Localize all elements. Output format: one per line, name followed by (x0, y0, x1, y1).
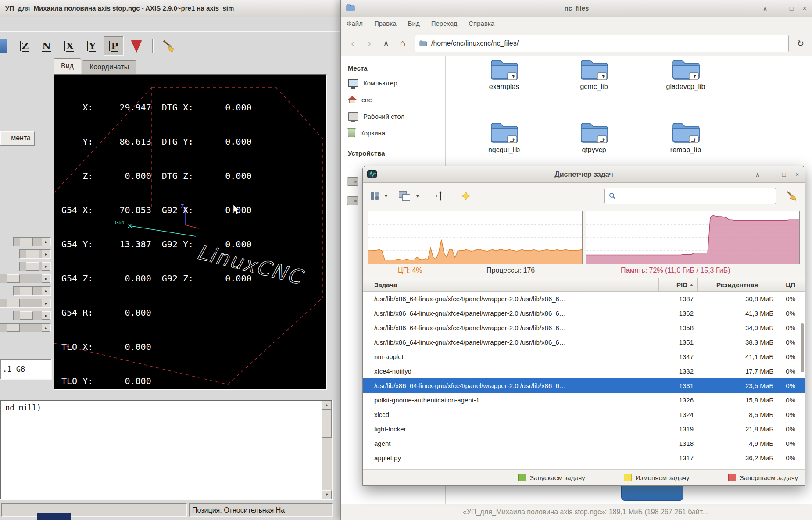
jog-slider-fragment[interactable]: ▸ (13, 286, 51, 296)
column-memory[interactable]: Резидентная (697, 278, 777, 291)
minimize-button[interactable]: – (765, 169, 776, 180)
up-icon[interactable]: ∧ (379, 36, 393, 51)
close-button[interactable]: × (799, 3, 810, 14)
taskmanager-titlebar[interactable]: Диспетчер задач ∧ – □ × (363, 166, 805, 183)
sidebar-item-home[interactable]: cnc (341, 91, 445, 108)
view-perspective-button[interactable]: P (104, 36, 124, 56)
folder-ngcgui-lib[interactable]: ngcgui_lib (467, 120, 541, 154)
gcode-listing-area[interactable]: nd mill) ▲ ▼ (0, 400, 333, 500)
jog-slider-fragment[interactable]: ▸ (13, 311, 51, 320)
clipped-toolbar-icon[interactable] (0, 39, 7, 53)
axis-titlebar[interactable]: УП_для_Михаила половина axis stop.ngc - … (0, 0, 340, 17)
filemanager-titlebar[interactable]: nc_files ∧ – □ × (341, 0, 812, 17)
scroll-down-icon[interactable]: ▼ (322, 490, 332, 499)
table-row[interactable]: /usr/lib/x86_64-linux-gnu/xfce4/panel/wr… (363, 306, 805, 321)
rotate-view-button[interactable]: N (36, 36, 57, 56)
slider-thumb[interactable] (26, 250, 39, 258)
slider-thumb[interactable] (7, 324, 20, 332)
jog-slider-fragment[interactable]: ▸ (0, 323, 51, 332)
sidebar-item-desktop[interactable]: Рабочий стол (341, 108, 445, 125)
maximize-button[interactable]: □ (779, 169, 789, 180)
refresh-icon[interactable]: ↻ (793, 36, 808, 51)
menu-view[interactable]: Вид (402, 17, 426, 30)
scrollbar-thumb[interactable] (801, 323, 804, 372)
jog-slider-fragment[interactable]: ▸ (19, 249, 51, 259)
minimize-button[interactable]: – (773, 3, 783, 14)
chevron-down-icon[interactable]: ▾ (415, 193, 420, 199)
jog-slider-fragment[interactable]: ▸ (13, 237, 51, 246)
table-row-selected[interactable]: /usr/lib/x86_64-linux-gnu/xfce4/panel/wr… (363, 378, 805, 393)
jog-slider-fragment[interactable]: ▸ (19, 262, 51, 271)
table-row[interactable]: xfce4-notifyd133217,7 МиБ0% (363, 364, 805, 378)
menu-edit[interactable]: Правка (368, 17, 402, 30)
slider-arrow-icon[interactable]: ▸ (42, 238, 50, 246)
slider-arrow-icon[interactable]: ▸ (42, 287, 50, 295)
column-cpu[interactable]: ЦП (777, 278, 800, 291)
folder-qtpyvcp[interactable]: qtpyvcp (557, 120, 631, 154)
scrollbar-thumb[interactable] (322, 410, 332, 438)
display-mode-button[interactable] (396, 188, 413, 204)
slider-arrow-icon[interactable]: ▸ (42, 250, 50, 258)
jog-slider-fragment[interactable]: ▸ (0, 299, 51, 308)
table-row[interactable]: /usr/lib/x86_64-linux-gnu/xfce4/panel/wr… (363, 335, 805, 349)
close-button[interactable]: × (792, 169, 802, 180)
table-row[interactable]: applet.py131736,2 МиБ0% (363, 451, 805, 465)
table-row[interactable]: /usr/lib/x86_64-linux-gnu/xfce4/panel/wr… (363, 321, 805, 335)
menu-go[interactable]: Переход (426, 17, 463, 30)
search-box[interactable] (604, 188, 776, 204)
sidebar-item-computer[interactable]: Компьютер (341, 75, 445, 91)
column-pid[interactable]: PID▲ (658, 278, 697, 291)
view-y-button[interactable]: Y (81, 36, 101, 56)
back-icon[interactable]: ‹ (345, 36, 360, 51)
slider-arrow-icon[interactable]: ▸ (42, 311, 50, 320)
tab-preview[interactable]: Вид (54, 58, 81, 74)
view-mode-button[interactable] (368, 188, 381, 204)
editor-scrollbar[interactable]: ▲ ▼ (322, 401, 332, 499)
column-task[interactable]: Задача (363, 278, 658, 291)
table-row[interactable]: polkit-gnome-authentication-agent-113261… (363, 393, 805, 407)
menu-help[interactable]: Справка (463, 17, 500, 30)
slider-thumb[interactable] (7, 299, 20, 307)
drive-icon[interactable] (347, 177, 358, 186)
clipped-touch-off-button[interactable]: мента (0, 131, 35, 146)
maximize-button[interactable]: □ (786, 3, 797, 14)
folder-gcmc-lib[interactable]: gcmc_lib (557, 57, 631, 91)
chevron-down-icon[interactable]: ▾ (384, 193, 388, 199)
slider-thumb[interactable] (26, 262, 39, 271)
slider-arrow-icon[interactable]: ▸ (42, 274, 50, 283)
show-tool-cone-icon[interactable] (131, 40, 142, 52)
table-row[interactable]: xiccd13248,5 МиБ0% (363, 407, 805, 422)
slider-arrow-icon[interactable]: ▸ (42, 299, 50, 307)
tab-dro[interactable]: Координаты (82, 60, 136, 74)
slider-thumb[interactable] (20, 238, 33, 246)
folder-remap-lib[interactable]: remap_lib (648, 120, 723, 154)
slider-arrow-icon[interactable]: ▸ (42, 262, 50, 271)
shade-button[interactable]: ∧ (752, 169, 763, 180)
table-row[interactable]: /usr/lib/x86_64-linux-gnu/xfce4/panel/wr… (363, 292, 805, 306)
jog-slider-fragment[interactable]: ▸ (0, 274, 51, 283)
pick-window-button[interactable] (433, 188, 448, 204)
slider-thumb[interactable] (20, 311, 33, 320)
table-row[interactable]: light-locker131921,8 МиБ0% (363, 422, 805, 436)
clear-plot-button[interactable] (159, 36, 179, 56)
cleanup-button[interactable] (783, 188, 800, 204)
folder-examples[interactable]: examples (467, 57, 541, 91)
view-x-button[interactable]: X (59, 36, 79, 56)
folder-gladevcp-lib[interactable]: gladevcp_lib (648, 57, 723, 91)
sidebar-item-trash[interactable]: Корзина (341, 125, 445, 141)
preview-3d-area[interactable]: G54 Z LinuxCNC X: 29.947 DTG X: 0.000 Y:… (54, 74, 327, 390)
scroll-up-icon[interactable]: ▲ (322, 401, 332, 410)
highlight-button[interactable] (458, 188, 473, 204)
slider-thumb[interactable] (20, 287, 33, 295)
home-icon[interactable]: ⌂ (395, 36, 410, 51)
slider-thumb[interactable] (7, 274, 20, 283)
drive-icon[interactable] (347, 196, 358, 205)
table-row[interactable]: agent13184,9 МиБ0% (363, 436, 805, 451)
menu-file[interactable]: Файл (341, 17, 368, 30)
zoom-z-button[interactable]: Z (14, 36, 34, 56)
slider-arrow-icon[interactable]: ▸ (42, 324, 50, 332)
table-row[interactable]: nm-applet134741,1 МиБ0% (363, 349, 805, 364)
location-bar[interactable]: /home/cnc/linuxcnc/nc_files/ (415, 35, 789, 52)
shade-button[interactable]: ∧ (760, 3, 770, 14)
search-input[interactable] (619, 192, 771, 200)
